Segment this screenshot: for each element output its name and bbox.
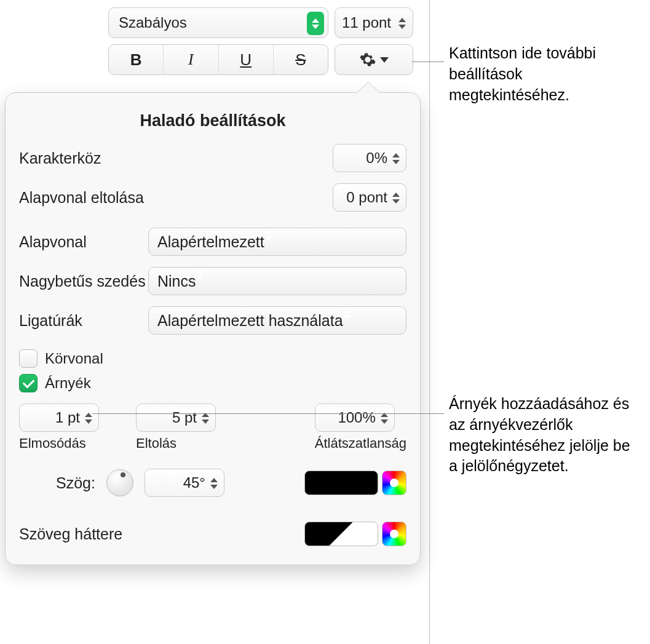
color-wheel-icon[interactable] xyxy=(382,522,406,546)
shadow-angle-label: Szög: xyxy=(56,474,95,492)
baseline-shift-label: Alapvonal eltolása xyxy=(19,189,154,207)
popover-title: Haladó beállítások xyxy=(19,111,406,130)
baseline-shift-field[interactable]: 0 pont xyxy=(333,183,406,212)
stepper-icon[interactable] xyxy=(82,407,95,430)
textbg-label: Szöveg háttere xyxy=(19,525,122,543)
chevron-updown-icon xyxy=(264,230,272,253)
ligatures-label: Ligatúrák xyxy=(19,312,148,330)
vertical-divider xyxy=(429,0,430,644)
advanced-options-button[interactable] xyxy=(335,44,413,75)
font-size-value: 11 pont xyxy=(342,14,391,31)
baseline-select[interactable]: Alapértelmezett xyxy=(148,228,406,256)
callout-line xyxy=(412,62,444,62)
shadow-label: Árnyék xyxy=(45,375,91,392)
stepper-icon[interactable] xyxy=(389,147,403,170)
caps-select[interactable]: Nincs xyxy=(148,267,406,295)
shadow-color-swatch[interactable] xyxy=(304,471,378,495)
strikethrough-button[interactable]: S xyxy=(274,45,328,74)
text-style-group: B I U S xyxy=(108,44,328,75)
outline-label: Körvonal xyxy=(45,350,103,367)
color-wheel-icon[interactable] xyxy=(382,471,406,495)
caps-value: Nincs xyxy=(157,272,196,290)
stepper-icon[interactable] xyxy=(207,472,221,495)
shadow-angle-value: 45° xyxy=(183,474,205,491)
char-spacing-value: 0% xyxy=(366,149,387,167)
textbg-color-swatch[interactable] xyxy=(304,522,378,546)
advanced-settings-popover: Haladó beállítások Karakterköz 0% Alapvo… xyxy=(5,92,421,565)
shadow-opacity-field[interactable]: 100% xyxy=(315,403,395,432)
shadow-offset-field[interactable]: 5 pt xyxy=(136,403,216,432)
stepper-icon[interactable] xyxy=(389,186,403,210)
baseline-shift-value: 0 pont xyxy=(346,189,387,206)
caps-label: Nagybetűs szedés xyxy=(19,272,148,290)
shadow-blur-value: 1 pt xyxy=(55,409,80,426)
text-toolbar: Szabályos 11 pont B I U S xyxy=(108,7,413,75)
chevron-updown-icon xyxy=(307,12,324,35)
ligatures-select[interactable]: Alapértelmezett használata xyxy=(148,306,406,335)
italic-button[interactable]: I xyxy=(164,45,218,74)
ligatures-value: Alapértelmezett használata xyxy=(157,312,343,330)
stepper-icon[interactable] xyxy=(378,407,391,430)
char-spacing-field[interactable]: 0% xyxy=(333,144,406,172)
gear-icon xyxy=(359,51,376,68)
chevron-down-icon xyxy=(380,57,389,63)
baseline-label: Alapvonal xyxy=(19,233,148,251)
font-size-select[interactable]: 11 pont xyxy=(335,7,413,38)
underline-button[interactable]: U xyxy=(219,45,274,74)
bold-button[interactable]: B xyxy=(109,45,164,74)
shadow-checkbox[interactable] xyxy=(19,374,38,392)
char-spacing-label: Karakterköz xyxy=(19,149,154,167)
shadow-angle-dial[interactable] xyxy=(106,469,133,496)
stepper-icon[interactable] xyxy=(199,407,212,430)
chevron-updown-icon xyxy=(196,269,204,293)
shadow-blur-field[interactable]: 1 pt xyxy=(19,403,99,432)
shadow-offset-value: 5 pt xyxy=(172,409,197,426)
shadow-offset-label: Eltolás xyxy=(136,435,176,451)
font-style-select[interactable]: Szabályos xyxy=(108,7,328,38)
callout-line xyxy=(92,413,444,414)
outline-checkbox[interactable] xyxy=(19,349,38,368)
shadow-opacity-label: Átlátszatlanság xyxy=(315,435,406,451)
shadow-angle-field[interactable]: 45° xyxy=(145,469,224,497)
stepper-icon[interactable] xyxy=(395,12,409,35)
font-style-value: Szabályos xyxy=(119,14,187,31)
baseline-value: Alapértelmezett xyxy=(157,233,264,251)
shadow-blur-label: Elmosódás xyxy=(19,435,86,451)
callout-gear: Kattintson ide további beállítások megte… xyxy=(449,43,633,105)
shadow-opacity-value: 100% xyxy=(338,409,375,426)
callout-shadow: Árnyék hozzáadásához és az árnyékvezérlő… xyxy=(449,394,640,477)
chevron-updown-icon xyxy=(343,309,351,332)
